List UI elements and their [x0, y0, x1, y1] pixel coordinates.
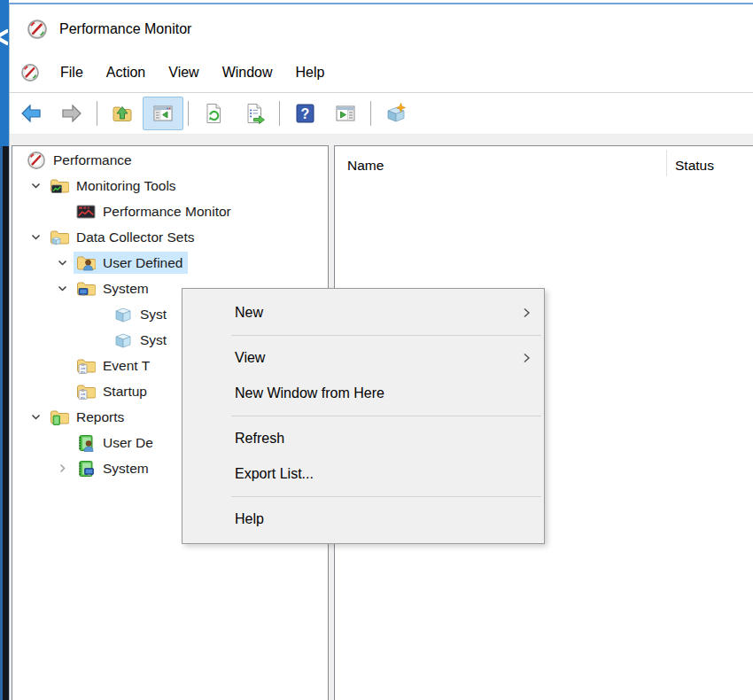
context-menu-separator: [231, 416, 541, 416]
chevron-expanded-icon[interactable]: [50, 276, 74, 301]
chevron-expanded-icon[interactable]: [24, 224, 47, 250]
submenu-arrow-icon: [523, 307, 531, 319]
folder-user-icon: [75, 253, 97, 273]
background-window-edge-top: [0, 0, 9, 146]
tree-item-data-collector-sets[interactable]: Data Collector Sets: [12, 224, 328, 250]
tree-item-label: Performance: [53, 152, 132, 168]
forward-button[interactable]: [51, 97, 92, 130]
tree-item-label: Reports: [76, 409, 124, 425]
menu-file[interactable]: File: [49, 60, 95, 85]
context-menu: New View New Window from Here Refresh Ex…: [182, 288, 545, 544]
menu-window[interactable]: Window: [211, 60, 284, 85]
help-button[interactable]: ?: [284, 97, 325, 130]
background-window-edge: [0, 0, 9, 700]
context-menu-item-new[interactable]: New: [182, 295, 544, 331]
chevron-placeholder: [50, 378, 74, 404]
tree-item-label: Syst: [140, 307, 167, 323]
help-icon: ?: [293, 102, 316, 125]
tree-item-monitoring-tools[interactable]: Monitoring Tools: [12, 173, 328, 198]
chevron-placeholder: [50, 430, 74, 455]
perfmon-icon: [26, 151, 47, 170]
refresh-icon: [202, 102, 225, 125]
folder-up-icon: [111, 102, 134, 125]
toolbar: ?: [10, 92, 753, 135]
chevron-placeholder: [50, 353, 74, 378]
folder-trace-icon: 10 01: [75, 356, 97, 376]
column-divider[interactable]: [666, 150, 667, 176]
tree-item-label: System: [103, 281, 149, 297]
tree-item-label: User De: [103, 435, 153, 451]
submenu-arrow-icon: [523, 352, 531, 364]
toolbar-separator: [279, 101, 280, 126]
perfmon-menubar-icon: [20, 63, 40, 82]
column-header-status[interactable]: Status: [675, 158, 714, 174]
context-menu-item-export-list[interactable]: Export List...: [182, 456, 544, 492]
context-menu-item-label: Help: [235, 511, 264, 527]
column-header-name[interactable]: Name: [347, 158, 384, 174]
folder-trace-icon: 10 01: [75, 382, 97, 401]
tree-item-label: Monitoring Tools: [76, 178, 176, 194]
context-menu-item-new-window-from-here[interactable]: New Window from Here: [182, 376, 544, 411]
menu-view[interactable]: View: [157, 60, 210, 85]
chart-icon: [75, 202, 97, 222]
action-pane-icon: [334, 102, 357, 125]
context-menu-item-view[interactable]: View: [182, 340, 544, 376]
export-list-icon: [243, 102, 266, 125]
forward-arrow-icon: [60, 102, 83, 125]
selected-tree-item[interactable]: User Defined: [74, 252, 188, 274]
folder-cubes-icon: [49, 228, 70, 247]
new-data-collector-set-button[interactable]: [376, 97, 416, 130]
tree-item-label: Data Collector Sets: [76, 229, 195, 245]
back-button[interactable]: [11, 97, 51, 130]
toolbar-separator: [188, 101, 189, 126]
folder-report-icon: [49, 408, 70, 427]
chevron-collapsed-icon[interactable]: [50, 455, 74, 481]
chevron-expanded-icon[interactable]: [24, 173, 47, 198]
show-hide-action-pane-button[interactable]: [325, 97, 366, 130]
tree-item-label: System: [103, 461, 149, 477]
chevron-placeholder: [88, 301, 111, 327]
menu-action[interactable]: Action: [95, 60, 157, 85]
report-user-icon: [75, 433, 97, 453]
chevron-placeholder: [88, 327, 111, 353]
tree-item-performance-monitor[interactable]: Performance Monitor: [12, 198, 328, 224]
tree-item-user-defined[interactable]: User Defined: [12, 250, 328, 276]
tree-item-label: Performance Monitor: [103, 204, 231, 220]
svg-text:?: ?: [301, 106, 310, 121]
refresh-button[interactable]: [193, 97, 234, 130]
toolbar-separator: [97, 101, 97, 126]
console-tree-icon: [151, 102, 175, 125]
cube-icon: [113, 305, 134, 324]
chevron-expanded-icon[interactable]: [24, 404, 47, 430]
up-one-level-button[interactable]: [102, 97, 143, 130]
window-title: Performance Monitor: [59, 21, 191, 37]
context-menu-item-label: New Window from Here: [235, 385, 384, 401]
svg-text:01: 01: [81, 395, 86, 399]
svg-text:01: 01: [81, 369, 86, 373]
tree-item-label: Event T: [103, 358, 150, 374]
folder-chart-icon: [49, 176, 70, 196]
context-menu-item-refresh[interactable]: Refresh: [182, 421, 544, 456]
context-menu-item-label: View: [235, 350, 265, 366]
context-menu-item-label: Export List...: [235, 466, 314, 482]
folder-computer-icon: [75, 279, 97, 299]
tree-item-performance[interactable]: Performance: [12, 147, 328, 173]
context-menu-item-label: Refresh: [235, 431, 284, 447]
tree-item-label: User Defined: [103, 255, 182, 271]
chevron-expanded-icon[interactable]: [50, 250, 74, 276]
context-menu-separator: [231, 335, 541, 336]
screen: { "window": { "title": "Performance Moni…: [0, 0, 753, 700]
back-arrow-icon: [19, 102, 43, 125]
show-hide-console-tree-button[interactable]: [143, 97, 183, 130]
new-collector-set-icon: [384, 102, 408, 125]
title-bar: Performance Monitor: [10, 4, 753, 53]
menu-help[interactable]: Help: [284, 60, 337, 85]
context-menu-item-label: New: [235, 305, 263, 321]
background-app-icon: [0, 19, 8, 55]
context-menu-separator: [231, 496, 541, 497]
tree-item-label: Startup: [103, 384, 147, 400]
perfmon-app-icon: [27, 19, 48, 40]
context-menu-item-help[interactable]: Help: [182, 502, 544, 537]
menu-bar: File Action View Window Help: [10, 53, 753, 92]
export-list-button[interactable]: [234, 97, 275, 130]
